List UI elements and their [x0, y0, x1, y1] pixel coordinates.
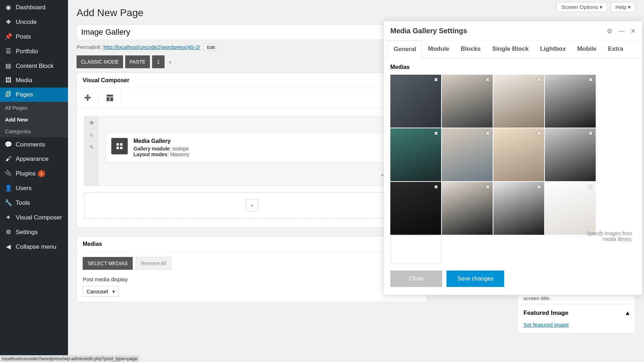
- save-changes-button[interactable]: Save changes: [447, 271, 504, 287]
- sidebar-item-appearance[interactable]: 🖌Appearance: [0, 152, 68, 166]
- sidebar-item-posts[interactable]: 📌Posts: [0, 29, 68, 44]
- sidebar-item-users[interactable]: 👤Users: [0, 181, 68, 195]
- vc-element-text: Media Gallery Gallery module: Isotope La…: [133, 138, 189, 157]
- set-featured-image-link[interactable]: Set featured image: [523, 322, 569, 328]
- media-thumb[interactable]: ✖: [493, 75, 544, 128]
- sub-add-new[interactable]: Add New: [0, 114, 68, 125]
- remove-thumb-icon[interactable]: ✖: [486, 77, 490, 83]
- sidebar-item-portfolio[interactable]: ☰Portfolio: [0, 44, 68, 59]
- sidebar-item-collapse[interactable]: ◀Collapse menu: [0, 239, 68, 254]
- media-thumb[interactable]: ✖: [442, 182, 493, 235]
- sidebar-label: Media: [16, 77, 32, 84]
- admin-sidebar: ◉Dashboard ❖Uncode 📌Posts ☰Portfolio ▤Co…: [0, 0, 68, 362]
- remove-thumb-icon[interactable]: ✖: [589, 77, 593, 83]
- move-icon[interactable]: ✥: [84, 117, 99, 129]
- sidebar-item-dashboard[interactable]: ◉Dashboard: [0, 0, 68, 15]
- sidebar-item-pages[interactable]: 🗐Pages: [0, 88, 68, 102]
- remove-thumb-icon[interactable]: ✖: [434, 130, 438, 136]
- permalink-link[interactable]: http://localhost/uncode2/wordpress/45-2/: [103, 44, 200, 50]
- gear-icon[interactable]: ⚙: [607, 27, 613, 35]
- add-media-slot[interactable]: [390, 235, 441, 263]
- remove-all-button[interactable]: Remove All: [136, 257, 172, 270]
- svg-rect-1: [106, 97, 109, 101]
- settings-body: Medias ✖ ✖ ✖ ✖ ✖ ✖ ✖ ✖ ✖ ✖ ✖ ✖ Specify i…: [384, 58, 642, 265]
- update-badge: 1: [38, 170, 45, 177]
- media-thumb[interactable]: ✖: [545, 128, 596, 181]
- edit-permalink-button[interactable]: Edit: [204, 44, 218, 51]
- columns-icon[interactable]: ≡: [84, 129, 99, 141]
- grid-icon: [111, 138, 128, 154]
- remove-thumb-icon[interactable]: ✖: [589, 130, 593, 136]
- remove-thumb-icon[interactable]: ✖: [486, 184, 490, 190]
- sidebar-item-contentblock[interactable]: ▤Content Block: [0, 59, 68, 73]
- tab-module[interactable]: Module: [422, 40, 455, 58]
- wrench-icon: 🔧: [4, 199, 12, 207]
- featured-title: Featured Image▴: [523, 309, 629, 317]
- remove-thumb-icon[interactable]: ✖: [486, 130, 490, 136]
- sidebar-label: Collapse menu: [16, 243, 56, 251]
- sidebar-item-visualcomposer[interactable]: ✦Visual Composer: [0, 210, 68, 225]
- svg-rect-2: [110, 97, 113, 101]
- chevron-left-icon[interactable]: ‹: [167, 58, 173, 66]
- media-thumb[interactable]: ✖: [390, 182, 441, 235]
- tab-blocks[interactable]: Blocks: [455, 40, 487, 58]
- pin-icon: 📌: [4, 33, 12, 40]
- close-button[interactable]: Close: [390, 271, 442, 287]
- media-thumb[interactable]: ✖: [390, 75, 441, 128]
- media-thumb[interactable]: ✖: [493, 182, 544, 235]
- remove-thumb-icon[interactable]: ✖: [434, 77, 438, 83]
- tab-single-block[interactable]: Single Block: [487, 40, 535, 58]
- sidebar-item-media[interactable]: 🖼Media: [0, 73, 68, 88]
- paste-button[interactable]: PASTE: [125, 55, 150, 68]
- media-thumb[interactable]: ✖: [545, 182, 596, 235]
- remove-thumb-icon[interactable]: ✖: [434, 184, 438, 190]
- add-element-button[interactable]: ✚: [77, 88, 98, 108]
- element-meta-module: Gallery module: Isotope: [133, 146, 189, 152]
- sidebar-label: Users: [16, 185, 31, 192]
- remove-thumb-icon[interactable]: ✖: [537, 130, 541, 136]
- select-medias-button[interactable]: SELECT MEDIAS: [83, 257, 133, 270]
- media-thumb[interactable]: ✖: [493, 128, 544, 181]
- vc-row: ✥ ≡ ✎ ＋ Media Gallery Gallery module: Is…: [84, 116, 420, 186]
- help-button[interactable]: Help ▾: [611, 2, 635, 12]
- close-icon[interactable]: ✕: [630, 27, 636, 35]
- screen-options-button[interactable]: Screen Options ▾: [556, 2, 607, 12]
- page-title-input[interactable]: [77, 24, 427, 40]
- remove-thumb-icon[interactable]: ✖: [589, 184, 593, 190]
- tab-general[interactable]: General: [387, 40, 422, 58]
- medias-buttons: SELECT MEDIAS Remove All: [83, 257, 421, 270]
- remove-thumb-icon[interactable]: ✖: [537, 184, 541, 190]
- vc-panel-title: Visual Composer: [77, 73, 427, 88]
- media-thumb[interactable]: ✖: [442, 75, 493, 128]
- visual-composer-panel: Visual Composer ✚ ✥ ≡ ✎ ＋ Media Gallery: [77, 73, 427, 228]
- media-thumb[interactable]: ✖: [442, 128, 493, 181]
- display-select[interactable]: Carousel: [83, 286, 118, 297]
- tab-extra[interactable]: Extra: [602, 40, 629, 58]
- sidebar-label: Comments: [16, 141, 45, 148]
- sidebar-item-uncode[interactable]: ❖Uncode: [0, 15, 68, 29]
- templates-button[interactable]: [99, 88, 121, 108]
- tab-mobile[interactable]: Mobile: [571, 40, 602, 58]
- sub-all-pages[interactable]: All Pages: [0, 102, 68, 114]
- chevron-up-icon[interactable]: ▴: [626, 309, 629, 317]
- sidebar-label: Pages: [16, 91, 33, 98]
- sub-categories[interactable]: Categories: [0, 125, 68, 137]
- sidebar-label: Uncode: [16, 19, 37, 26]
- vc-element-media-gallery[interactable]: Media Gallery Gallery module: Isotope La…: [106, 133, 412, 163]
- element-meta-layout: Layout modes: Masonry: [133, 152, 189, 157]
- vc-canvas: ✥ ≡ ✎ ＋ Media Gallery Gallery module: Is…: [77, 108, 427, 227]
- media-thumb[interactable]: ✖: [390, 128, 441, 181]
- media-thumb[interactable]: ✖: [545, 75, 596, 128]
- remove-thumb-icon[interactable]: ✖: [537, 77, 541, 83]
- sidebar-item-comments[interactable]: 💬Comments: [0, 137, 68, 152]
- media-gallery-settings-panel: Media Gallery Settings ⚙ — ✕ General Mod…: [384, 21, 643, 295]
- classic-mode-button[interactable]: CLASSIC MODE: [77, 55, 123, 68]
- add-row-button[interactable]: ＋: [246, 199, 258, 212]
- sidebar-item-tools[interactable]: 🔧Tools: [0, 195, 68, 210]
- helper-text: Specify images from media library.: [575, 230, 632, 242]
- tab-lightbox[interactable]: Lightbox: [535, 40, 572, 58]
- sidebar-item-plugins[interactable]: 🔌Plugins1: [0, 166, 68, 181]
- minimize-icon[interactable]: —: [618, 27, 625, 35]
- sidebar-item-settings[interactable]: ⚙Settings: [0, 225, 68, 239]
- edit-row-icon[interactable]: ✎: [84, 141, 99, 153]
